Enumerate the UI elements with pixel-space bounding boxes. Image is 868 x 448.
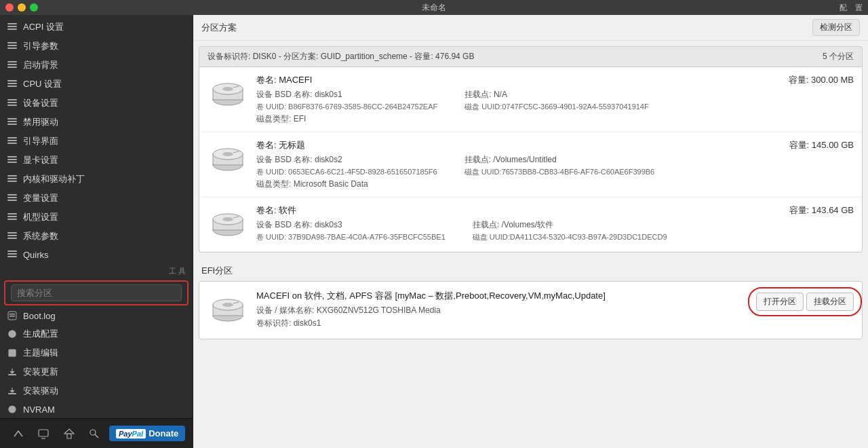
menu-label: 启动背景	[23, 59, 58, 71]
table-row: 卷名: 无标题 容量: 145.00 GB 设备 BSD 名称: disk0s2…	[199, 132, 862, 198]
svg-rect-6	[7, 61, 17, 62]
sidebar-item-sysparams[interactable]: 系统参数	[0, 227, 193, 246]
toolbar-btn-4[interactable]	[83, 423, 105, 445]
partition-info: 卷名: MACEFI 容量: 300.00 MB 设备 BSD 名称: disk…	[256, 74, 854, 125]
partition-name: 卷名: 软件	[256, 204, 296, 217]
svg-rect-2	[7, 29, 17, 30]
svg-line-55	[95, 434, 98, 438]
device-info: 设备标识符: DISK0 - 分区方案: GUID_partition_sche…	[208, 51, 474, 62]
svg-rect-22	[7, 159, 17, 160]
sidebar-item-bootlog[interactable]: Boot.log	[0, 307, 193, 324]
svg-rect-10	[7, 83, 17, 84]
donate-button[interactable]: PayPal Donate	[109, 426, 185, 441]
svg-rect-29	[7, 200, 17, 201]
paypal-icon: PayPal	[116, 429, 146, 438]
sidebar-item-acpi[interactable]: ACPI 设置	[0, 18, 193, 37]
main-layout: ACPI 设置 引导参数 启动背景 CPU 设置	[0, 15, 868, 448]
mount-partition-button[interactable]: 挂载分区	[806, 293, 854, 311]
efi-disk-icon	[208, 290, 248, 331]
search-input[interactable]	[11, 284, 182, 301]
partition-type: 磁盘类型: Microsoft Basic Data	[256, 179, 437, 190]
svg-rect-40	[9, 314, 15, 315]
sidebar-item-cpu[interactable]: CPU 设置	[0, 75, 193, 94]
section-title: 分区方案	[201, 22, 237, 34]
donate-label: Donate	[149, 428, 178, 438]
partition-uuid: 卷 UUID: 0653ECA6-6C21-4F5D-8928-65165071…	[256, 167, 437, 177]
sidebar-item-kernel-patch[interactable]: 内核和驱动补丁	[0, 170, 193, 189]
partition-scheme: 设备标识符: DISK0 - 分区方案: GUID_partition_sche…	[193, 41, 868, 448]
partition-bsd: 设备 BSD 名称: disk0s3	[256, 219, 446, 231]
svg-rect-17	[7, 124, 17, 125]
open-partition-button[interactable]: 打开分区	[756, 293, 804, 311]
svg-rect-37	[7, 253, 17, 255]
minimize-button[interactable]	[18, 3, 26, 12]
sidebar-item-display[interactable]: 显卡设置	[0, 151, 193, 170]
sidebar-item-quirks[interactable]: Quirks	[0, 246, 193, 263]
svg-rect-28	[7, 197, 17, 198]
sidebar-item-device[interactable]: 设备设置	[0, 94, 193, 113]
svg-rect-18	[7, 137, 17, 138]
menu-label: 生成配置	[23, 328, 58, 340]
svg-rect-5	[7, 48, 17, 49]
svg-rect-19	[7, 140, 17, 141]
list-icon	[7, 249, 18, 260]
sidebar-item-boot-ui[interactable]: 引导界面	[0, 132, 193, 151]
toolbar-btn-2[interactable]	[33, 423, 54, 445]
svg-rect-3	[7, 42, 17, 43]
list-icon	[7, 155, 18, 166]
menu-label: 系统参数	[23, 230, 58, 242]
sidebar-item-install-update[interactable]: 安装更新	[0, 362, 193, 381]
sidebar-item-theme-edit[interactable]: 主题编辑	[0, 343, 193, 362]
config-label2: 置	[855, 3, 863, 13]
svg-rect-30	[7, 213, 17, 214]
partition-disk-uuid: 磁盘 UUID:76573BB8-CB83-4BF6-AF76-C60AE6F3…	[465, 167, 655, 177]
toolbar-btn-1[interactable]	[7, 423, 29, 445]
sidebar-item-gen-config[interactable]: 生成配置	[0, 324, 193, 343]
menu-label: NVRAM	[23, 405, 55, 415]
svg-rect-44	[8, 374, 16, 375]
divider-right: 工 具	[169, 266, 186, 276]
toolbar-btn-3[interactable]	[58, 423, 80, 445]
sidebar-item-model[interactable]: 机型设置	[0, 208, 193, 227]
disk-icon	[208, 139, 248, 180]
efi-info: MACEFI on 软件, 文档, APFS 容器 [myMac – 数据,Pr…	[256, 290, 748, 331]
sidebar: ACPI 设置 引导参数 启动背景 CPU 设置	[0, 15, 193, 448]
svg-rect-24	[7, 175, 17, 176]
menu-label: 安装驱动	[23, 385, 58, 397]
sidebar-toolbar: PayPal Donate	[0, 418, 193, 448]
svg-rect-1	[7, 26, 17, 27]
list-icon	[7, 60, 18, 71]
window-controls[interactable]	[5, 3, 38, 12]
partition-mount: 挂载点: N/A	[465, 89, 649, 100]
partition-uuid: 卷 UUID: B86F8376-6769-3585-86CC-264B2475…	[256, 102, 437, 112]
svg-rect-11	[7, 86, 17, 87]
menu-label: 引导参数	[23, 40, 58, 52]
sidebar-item-bootbg[interactable]: 启动背景	[0, 56, 193, 75]
svg-rect-16	[7, 121, 17, 122]
sidebar-item-nvram[interactable]: NVRAM	[0, 400, 193, 418]
close-button[interactable]	[5, 3, 14, 12]
svg-rect-45	[8, 393, 16, 394]
partition-info: 卷名: 软件 容量: 143.64 GB 设备 BSD 名称: disk0s3 …	[256, 204, 854, 244]
menu-label: CPU 设置	[23, 78, 62, 90]
partition-mount: 挂载点: /Volumes/Untitled	[465, 154, 655, 166]
list-icon	[7, 174, 18, 185]
svg-rect-53	[67, 434, 71, 438]
list-icon	[7, 193, 18, 204]
sidebar-item-bootparams[interactable]: 引导参数	[0, 37, 193, 56]
svg-rect-9	[7, 80, 17, 81]
svg-rect-43	[9, 350, 16, 356]
list-icon	[7, 41, 18, 52]
maximize-button[interactable]	[30, 3, 38, 12]
sidebar-item-disable-driver[interactable]: 禁用驱动	[0, 113, 193, 132]
sidebar-item-install-driver[interactable]: 安装驱动	[0, 381, 193, 400]
svg-rect-14	[7, 105, 17, 106]
svg-rect-12	[7, 99, 17, 100]
menu-label: 机型设置	[23, 211, 58, 223]
svg-rect-38	[7, 256, 17, 257]
svg-rect-31	[7, 216, 17, 217]
sidebar-item-variables[interactable]: 变量设置	[0, 189, 193, 208]
svg-rect-13	[7, 102, 17, 103]
search-box-wrapper	[4, 280, 189, 305]
detect-button[interactable]: 检测分区	[812, 19, 860, 36]
